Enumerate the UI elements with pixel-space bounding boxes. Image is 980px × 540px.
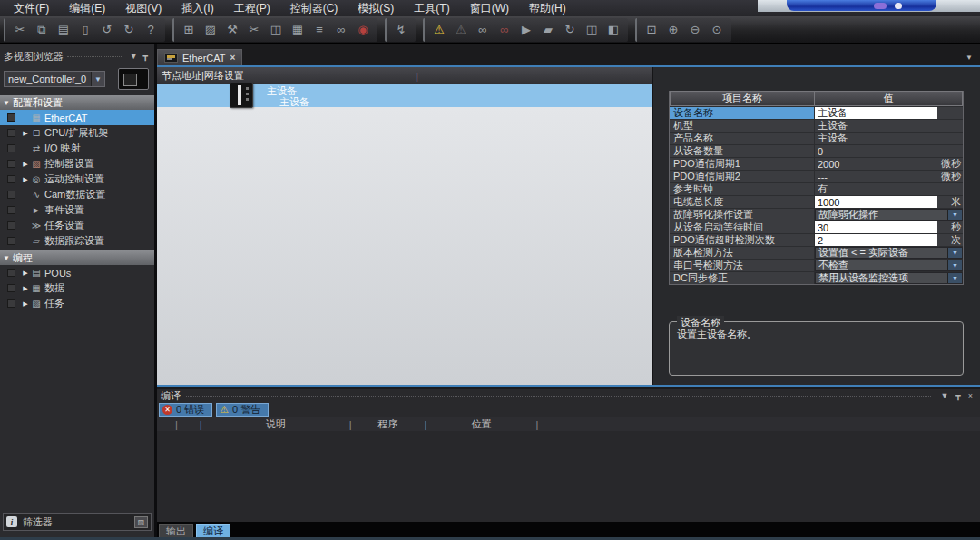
close-icon[interactable]: × bbox=[230, 53, 235, 63]
print-icon[interactable]: ▨ bbox=[200, 20, 221, 40]
pin-icon[interactable]: ┳ bbox=[141, 52, 151, 61]
property-row-故障弱化操作设置[interactable]: 故障弱化操作设置故障弱化操作▼ bbox=[670, 208, 963, 221]
close-icon[interactable]: × bbox=[965, 391, 976, 400]
filter-button-icon[interactable]: ▨ bbox=[134, 516, 148, 528]
property-label[interactable]: 从设备启动等待时间 bbox=[670, 221, 815, 233]
copy-icon[interactable]: ⧉ bbox=[31, 20, 53, 40]
chevron-down-icon[interactable]: ▼ bbox=[947, 260, 962, 270]
menu-item-模拟[interactable]: 模拟(S) bbox=[348, 0, 404, 16]
sidebar-item-I/O 映射[interactable]: ⇄I/O 映射 bbox=[0, 141, 154, 156]
expand-icon[interactable]: ▶ bbox=[21, 130, 30, 137]
abort-icon[interactable]: ◉ bbox=[352, 20, 374, 40]
property-label[interactable]: DC同步修正 bbox=[670, 272, 815, 284]
property-label[interactable]: 参考时钟 bbox=[670, 183, 815, 195]
chevron-down-icon[interactable]: ▼ bbox=[936, 391, 952, 400]
expand-icon[interactable]: ▶ bbox=[21, 300, 30, 308]
menu-item-编辑[interactable]: 编辑(E) bbox=[59, 0, 115, 16]
sidebar-item-Cam数据设置[interactable]: ∿Cam数据设置 bbox=[0, 187, 154, 202]
build-icon[interactable]: ⚒ bbox=[221, 20, 243, 40]
tab-output[interactable]: 输出 bbox=[159, 524, 193, 538]
property-label[interactable]: 串口号检测方法 bbox=[670, 260, 815, 271]
sync-icon[interactable]: ↻ bbox=[559, 20, 581, 40]
property-value-select[interactable]: 禁用从设备监控选项▼ bbox=[815, 272, 963, 284]
property-label[interactable]: 电缆总长度 bbox=[670, 196, 815, 208]
warning-off-icon[interactable]: ⚠ bbox=[450, 20, 472, 40]
property-row-DC同步修正[interactable]: DC同步修正禁用从设备监控选项▼ bbox=[670, 271, 963, 284]
master-device-row[interactable]: 主设备 主设备 bbox=[157, 84, 652, 107]
property-label[interactable]: PDO通信周期2 bbox=[670, 171, 815, 182]
menu-item-工程[interactable]: 工程(P) bbox=[224, 0, 280, 16]
sidebar-item-数据跟踪设置[interactable]: ▱数据跟踪设置 bbox=[0, 233, 154, 249]
menu-item-插入[interactable]: 插入(I) bbox=[172, 0, 223, 16]
property-value-select[interactable]: 不检查▼ bbox=[815, 260, 963, 271]
property-value-input[interactable]: 主设备 bbox=[815, 107, 937, 119]
sidebar-item-任务[interactable]: ▶▨任务 bbox=[0, 296, 154, 311]
watch-window-red-icon[interactable]: ∞ bbox=[494, 20, 515, 40]
variable-table-icon[interactable]: ≡ bbox=[309, 20, 330, 40]
property-row-PDO通信周期1[interactable]: PDO通信周期12000微秒 bbox=[670, 157, 963, 170]
menu-item-窗口[interactable]: 窗口(W) bbox=[460, 0, 519, 16]
zoom-in-icon[interactable]: ⊕ bbox=[662, 20, 684, 40]
property-row-PDO通信超时检测次数[interactable]: PDO通信超时检测次数2次 bbox=[670, 233, 963, 246]
monitor-63-icon[interactable]: ◫ bbox=[265, 20, 287, 40]
step-icon[interactable]: ▰ bbox=[537, 20, 559, 40]
property-row-电缆总长度[interactable]: 电缆总长度1000米 bbox=[670, 195, 963, 208]
sidebar-item-任务设置[interactable]: ≫任务设置 bbox=[0, 218, 154, 233]
zoom-out-icon[interactable]: ⊖ bbox=[684, 20, 706, 40]
controller-module-icon[interactable] bbox=[118, 68, 149, 90]
column-divider[interactable]: | bbox=[535, 419, 538, 430]
property-row-版本检测方法[interactable]: 版本检测方法设置值 < = 实际设备▼ bbox=[670, 246, 963, 259]
tab-build[interactable]: 编译 bbox=[196, 524, 230, 538]
zoom-100-icon[interactable]: ⊙ bbox=[706, 20, 728, 40]
column-separator[interactable]: | bbox=[416, 71, 418, 82]
property-label[interactable]: 版本检测方法 bbox=[670, 247, 815, 259]
collapse-icon[interactable]: ▼ bbox=[0, 254, 13, 262]
property-value-select[interactable]: 设置值 < = 实际设备▼ bbox=[815, 247, 963, 259]
monitor-icon[interactable]: ▦ bbox=[287, 20, 309, 40]
online-monitor-icon[interactable]: ◫ bbox=[581, 20, 603, 40]
rebuild-icon[interactable]: ✂ bbox=[243, 20, 265, 40]
property-label[interactable]: 机型 bbox=[670, 120, 815, 132]
3d-view-icon[interactable]: ⊞ bbox=[178, 20, 200, 40]
menu-item-工具[interactable]: 工具(T) bbox=[404, 0, 459, 16]
sidebar-item-事件设置[interactable]: ►事件设置 bbox=[0, 202, 154, 218]
menu-item-控制器[interactable]: 控制器(C) bbox=[280, 0, 348, 16]
check-program-icon[interactable]: ↯ bbox=[390, 20, 412, 40]
warnings-toggle-button[interactable]: ⚠ 0 警告 bbox=[216, 403, 269, 417]
build-message-list[interactable] bbox=[157, 431, 980, 522]
watch-icon[interactable]: ∞ bbox=[330, 20, 352, 40]
property-row-机型[interactable]: 机型主设备 bbox=[670, 119, 963, 132]
sidebar-item-控制器设置[interactable]: ▶▧控制器设置 bbox=[0, 156, 154, 172]
property-label[interactable]: PDO通信周期1 bbox=[670, 158, 815, 170]
property-value-select[interactable]: 故障弱化操作▼ bbox=[815, 209, 963, 221]
errors-toggle-button[interactable]: ✕ 0 错误 bbox=[159, 403, 212, 417]
run-icon[interactable]: ▶ bbox=[515, 20, 537, 40]
filter-bar[interactable]: i 筛选器 ▨ bbox=[3, 513, 152, 531]
expand-icon[interactable]: ▶ bbox=[21, 176, 30, 183]
sidebar-item-EtherCAT[interactable]: ▦EtherCAT bbox=[0, 110, 154, 125]
undo-icon[interactable]: ↺ bbox=[96, 20, 118, 40]
redo-icon[interactable]: ↻ bbox=[118, 20, 140, 40]
sidebar-item-运动控制设置[interactable]: ▶◎运动控制设置 bbox=[0, 172, 154, 187]
expand-icon[interactable]: ▶ bbox=[21, 285, 30, 292]
property-value-input[interactable]: 30 bbox=[815, 221, 937, 233]
property-value-input[interactable]: 2 bbox=[815, 234, 937, 246]
sidebar-item-CPU/扩展机架[interactable]: ▶⊟CPU/扩展机架 bbox=[0, 125, 154, 141]
property-label[interactable]: 设备名称 bbox=[670, 107, 815, 119]
property-label[interactable]: PDO通信超时检测次数 bbox=[670, 234, 815, 246]
menu-item-帮助[interactable]: 帮助(H) bbox=[519, 0, 576, 16]
chevron-down-icon[interactable]: ▼ bbox=[91, 72, 104, 86]
chevron-down-icon[interactable]: ▼ bbox=[947, 248, 962, 258]
chevron-down-icon[interactable]: ▼ bbox=[127, 52, 141, 61]
network-canvas[interactable] bbox=[157, 107, 652, 385]
property-row-从设备数量[interactable]: 从设备数量0 bbox=[670, 144, 963, 157]
sidebar-item-数据[interactable]: ▶▦数据 bbox=[0, 280, 154, 296]
controller-select[interactable]: new_Controller_0 ▼ bbox=[4, 71, 105, 87]
property-label[interactable]: 产品名称 bbox=[670, 133, 815, 144]
collapse-icon[interactable]: ▼ bbox=[0, 99, 13, 107]
paste-icon[interactable]: ▤ bbox=[53, 20, 74, 40]
property-row-从设备启动等待时间[interactable]: 从设备启动等待时间30秒 bbox=[670, 221, 963, 233]
tab-list-dropdown-icon[interactable]: ▼ bbox=[965, 54, 980, 65]
property-row-串口号检测方法[interactable]: 串口号检测方法不检查▼ bbox=[670, 259, 963, 271]
zoom-fit-icon[interactable]: ⊡ bbox=[641, 20, 662, 40]
